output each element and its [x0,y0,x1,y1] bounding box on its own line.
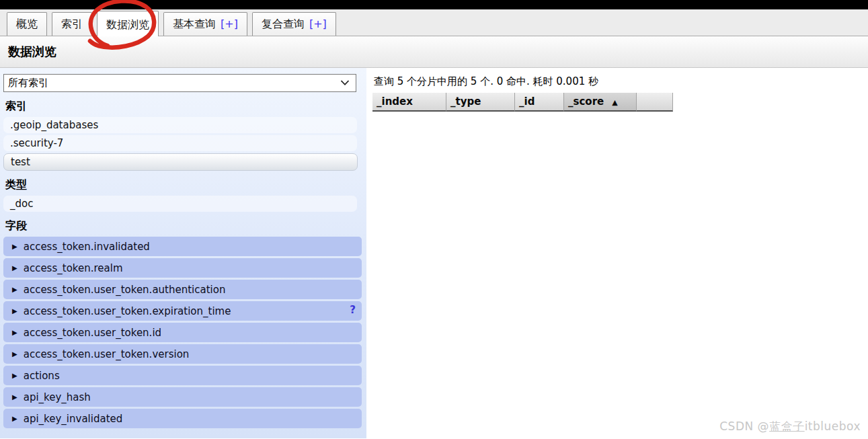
field-name: api_key_invalidated [24,413,123,425]
field-row-api-key-invalidated[interactable]: ▶ api_key_invalidated [3,409,362,428]
expand-triangle-icon[interactable]: ▶ [12,329,17,336]
watermark-username: 蓝盒子 [769,420,805,433]
field-name: access_token.user_token.authentication [24,284,226,296]
expand-triangle-icon[interactable]: ▶ [12,243,17,250]
tab-compound-query-label: 复合查询 [262,17,305,30]
tab-compound-query[interactable]: 复合查询[+] [252,12,336,36]
tab-overview[interactable]: 概览 [7,12,47,36]
top-black-bar [0,0,868,9]
expand-triangle-icon[interactable]: ▶ [12,393,17,401]
tab-data-browser[interactable]: 数据浏览 [97,11,159,36]
expand-triangle-icon[interactable]: ▶ [12,350,17,358]
new-query-plus-icon[interactable]: [+] [221,17,238,30]
watermark-suffix: itbluebox [805,420,861,433]
content-area: 所有索引 索引 .geoip_databases .security-7 tes… [0,68,868,438]
column-header-score[interactable]: _score▲ [564,93,637,112]
field-name: access_token.user_token.expiration_time [24,305,231,317]
expand-triangle-icon[interactable]: ▶ [12,264,17,272]
expand-triangle-icon[interactable]: ▶ [12,372,17,379]
page-title: 数据浏览 [8,44,56,60]
field-name: access_token.invalidated [24,241,150,253]
column-header-index-label: _index [377,95,413,108]
field-name: access_token.user_token.id [24,327,161,339]
results-table-header: _index _type _id _score▲ [372,93,868,112]
expand-triangle-icon[interactable]: ▶ [12,415,17,422]
chevron-down-icon [340,80,350,86]
results-pane: 查询 5 个分片中用的 5 个. 0 命中. 耗时 0.001 秒 _index… [366,68,868,438]
field-row-user-token-version[interactable]: ▶ access_token.user_token.version [3,344,362,364]
field-row-access-token-realm[interactable]: ▶ access_token.realm [3,258,362,278]
sidebar: 所有索引 索引 .geoip_databases .security-7 tes… [0,68,366,438]
expand-triangle-icon[interactable]: ▶ [12,286,17,293]
type-item-doc[interactable]: _doc [3,196,357,212]
query-summary: 查询 5 个分片中用的 5 个. 0 命中. 耗时 0.001 秒 [372,75,868,88]
tab-indices[interactable]: 索引 [52,12,92,36]
tab-bar: 概览 索引 数据浏览 基本查询[+] 复合查询[+] [0,9,868,36]
page-header: 数据浏览 [0,36,868,68]
column-header-index[interactable]: _index [372,93,446,112]
sort-ascending-icon: ▲ [612,98,617,107]
field-name: access_token.user_token.version [24,348,190,360]
field-row-access-token-invalidated[interactable]: ▶ access_token.invalidated [3,237,362,256]
index-item-security-7[interactable]: .security-7 [3,135,357,151]
column-header-score-label: _score [568,95,604,108]
section-label-index: 索引 [5,99,366,114]
field-row-user-token-id[interactable]: ▶ access_token.user_token.id [3,323,362,342]
column-header-type-label: _type [450,95,481,108]
column-header-spacer [637,93,673,112]
index-item-geoip-databases[interactable]: .geoip_databases [3,117,357,133]
field-name: actions [24,370,60,382]
new-compound-query-plus-icon[interactable]: [+] [309,17,327,30]
index-select[interactable]: 所有索引 [3,74,356,92]
column-header-id[interactable]: _id [515,93,564,112]
field-row-actions[interactable]: ▶ actions [3,366,362,385]
field-name: api_key_hash [24,391,91,403]
tab-basic-query-label: 基本查询 [173,17,216,30]
field-row-api-key-hash[interactable]: ▶ api_key_hash [3,387,362,407]
tab-data-browser-label: 数据浏览 [106,18,149,31]
section-label-type: 类型 [5,178,366,192]
tab-indices-label: 索引 [61,17,83,30]
column-header-type[interactable]: _type [446,93,515,112]
index-item-test-selected[interactable]: test [3,153,358,171]
field-name: access_token.realm [24,262,123,274]
index-select-value: 所有索引 [8,77,48,89]
tab-basic-query[interactable]: 基本查询[+] [163,12,247,36]
help-question-icon[interactable]: ? [350,304,356,316]
field-row-user-token-expiration-time[interactable]: ▶ access_token.user_token.expiration_tim… [3,301,362,321]
expand-triangle-icon[interactable]: ▶ [12,307,17,315]
csdn-watermark: CSDN @蓝盒子itbluebox [719,419,861,434]
field-row-user-token-authentication[interactable]: ▶ access_token.user_token.authentication [3,280,362,299]
tab-overview-label: 概览 [16,17,38,30]
section-label-fields: 字段 [5,219,366,233]
watermark-prefix: CSDN @ [719,420,769,433]
column-header-id-label: _id [519,95,535,108]
